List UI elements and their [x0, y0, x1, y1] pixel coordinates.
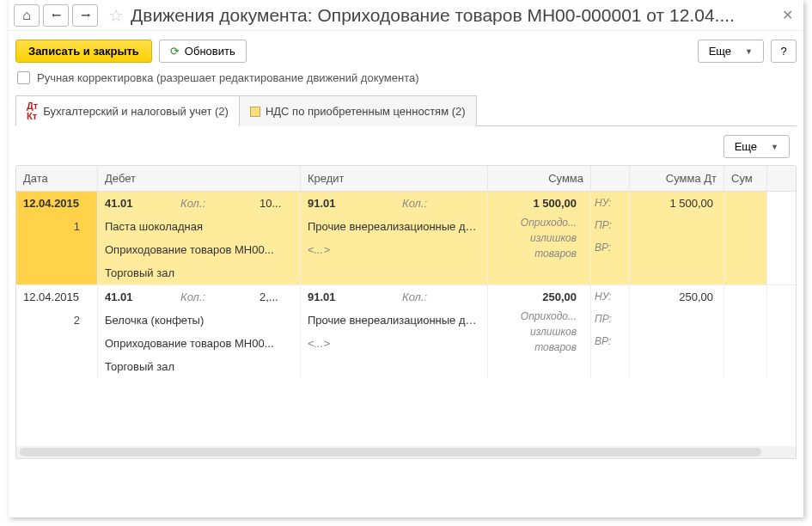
row2-index: 2	[16, 309, 97, 332]
row1-date: 12.04.2015	[16, 192, 97, 215]
row2-sumdt: 250,00	[630, 285, 723, 309]
row2-kol-label: Кол.:	[180, 291, 259, 303]
help-button[interactable]: ?	[771, 40, 797, 63]
refresh-button[interactable]: ⟳ Обновить	[159, 40, 247, 63]
row2-sum-desc3: товаров	[488, 339, 590, 355]
manual-edit-row: Ручная корректировка (разрешает редактир…	[9, 71, 803, 95]
row2-sum: 250,00	[488, 285, 590, 309]
row2-credit-analytic1: Прочие внереализационные до...	[301, 309, 487, 332]
table-row[interactable]: 12.04.2015 2 41.01 Кол.: 2,... Белочка (…	[16, 285, 796, 378]
header-sum[interactable]: Сумма	[488, 166, 591, 191]
more-label: Еще	[709, 45, 731, 58]
row1-sum-desc3: товаров	[488, 246, 590, 261]
accounting-tab-icon: ДтКт	[27, 101, 38, 121]
horizontal-scrollbar[interactable]	[16, 446, 796, 458]
header-sumdt[interactable]: Сумма Дт	[630, 166, 724, 191]
row2-nu-label: НУ:	[591, 285, 629, 308]
home-icon: ⌂	[22, 8, 31, 23]
tab-accounting-label: Бухгалтерский и налоговый учет (2)	[43, 105, 229, 118]
header-date[interactable]: Дата	[16, 166, 98, 191]
more-button-top[interactable]: Еще ▼	[698, 40, 764, 63]
vat-tab-icon	[250, 107, 260, 117]
row2-vr-label: ВР:	[591, 330, 629, 352]
header-blank	[591, 166, 630, 191]
row1-credit-account: 91.01	[308, 197, 402, 210]
row2-credit-account: 91.01	[308, 291, 402, 303]
manual-edit-checkbox[interactable]	[17, 71, 30, 84]
row1-debit-analytic1: Паста шоколадная	[98, 215, 300, 238]
chevron-down-icon: ▼	[745, 47, 753, 56]
row1-vr-label: ВР:	[591, 236, 629, 259]
arrow-right-icon: 🠖	[81, 10, 90, 21]
row1-nu-label: НУ:	[591, 192, 629, 214]
forward-button[interactable]: 🠖	[72, 4, 98, 27]
row1-sum-desc1: Оприходо...	[488, 215, 590, 230]
row2-debit-analytic2: Оприходование товаров МН00...	[98, 332, 300, 355]
row2-debit-analytic1: Белочка (конфеты)	[98, 309, 300, 332]
row1-debit-analytic3: Торговый зал	[98, 261, 300, 284]
row2-credit-kol-label: Кол.:	[402, 291, 480, 303]
manual-edit-label: Ручная корректировка (разрешает редактир…	[37, 71, 419, 84]
refresh-icon: ⟳	[170, 45, 180, 58]
postings-grid: Дата Дебет Кредит Сумма Сумма Дт Сум 12.…	[15, 165, 797, 459]
home-button[interactable]: ⌂	[14, 4, 40, 27]
row1-index: 1	[16, 215, 97, 238]
arrow-left-icon: 🠔	[52, 10, 61, 21]
row1-kol-label: Кол.:	[180, 197, 259, 210]
header-credit[interactable]: Кредит	[301, 166, 488, 191]
row2-pr-label: ПР:	[591, 308, 629, 330]
save-and-close-button[interactable]: Записать и закрыть	[15, 40, 152, 63]
row1-pr-label: ПР:	[591, 214, 629, 236]
row2-debit-account: 41.01	[105, 291, 180, 303]
close-button[interactable]: ✕	[777, 7, 798, 23]
more-button-grid[interactable]: Еще ▼	[723, 135, 790, 158]
back-button[interactable]: 🠔	[43, 4, 69, 27]
grid-toolbar: Еще ▼	[15, 126, 797, 165]
command-bar: Записать и закрыть ⟳ Обновить Еще ▼ ?	[9, 31, 803, 71]
row2-date: 12.04.2015	[16, 285, 97, 309]
grid-header: Дата Дебет Кредит Сумма Сумма Дт Сум	[16, 166, 796, 192]
row1-sum: 1 500,00	[488, 192, 590, 215]
chevron-down-icon: ▼	[771, 143, 778, 151]
row1-debit-account: 41.01	[105, 197, 180, 210]
row2-credit-analytic2: <...>	[301, 332, 487, 355]
page-title: Движения документа: Оприходование товаро…	[131, 5, 773, 26]
row1-credit-analytic1: Прочие внереализационные до...	[301, 215, 487, 238]
table-row[interactable]: 12.04.2015 1 41.01 Кол.: 10... Паста шок…	[16, 192, 796, 284]
header-sum2[interactable]: Сум	[724, 166, 767, 191]
tab-vat[interactable]: НДС по приобретенным ценностям (2)	[239, 95, 477, 126]
row1-credit-analytic2: <...>	[301, 238, 487, 261]
tabs: ДтКт Бухгалтерский и налоговый учет (2) …	[15, 95, 797, 126]
row1-debit-analytic2: Оприходование товаров МН00...	[98, 238, 300, 261]
row1-sumdt: 1 500,00	[630, 192, 723, 215]
row1-credit-kol-label: Кол.:	[402, 197, 480, 210]
row1-sum-desc2: излишков	[488, 230, 590, 246]
refresh-label: Обновить	[185, 45, 235, 58]
row2-kol-value: 2,...	[259, 291, 293, 303]
row2-debit-analytic3: Торговый зал	[98, 355, 300, 378]
row2-sum-desc2: излишков	[488, 324, 590, 339]
row1-kol-value: 10...	[259, 197, 293, 210]
topbar: ⌂ 🠔 🠖 ☆ Движения документа: Оприходовани…	[9, 0, 803, 31]
favorite-star-icon[interactable]: ☆	[108, 5, 124, 26]
scrollbar-thumb[interactable]	[20, 448, 761, 456]
header-debit[interactable]: Дебет	[98, 166, 301, 191]
more-grid-label: Еще	[735, 140, 757, 153]
row2-sum-desc1: Оприходо...	[488, 309, 590, 324]
tab-vat-label: НДС по приобретенным ценностям (2)	[266, 105, 466, 118]
tab-accounting[interactable]: ДтКт Бухгалтерский и налоговый учет (2)	[15, 95, 240, 126]
